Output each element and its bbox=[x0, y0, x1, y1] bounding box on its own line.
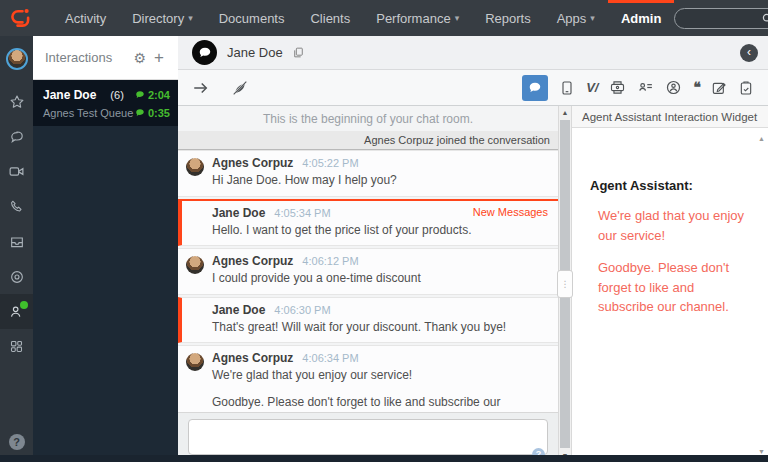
gear-icon[interactable]: ⚙ bbox=[130, 50, 151, 66]
interactions-title: Interactions bbox=[45, 50, 130, 65]
chat-bubble-icon bbox=[135, 90, 145, 100]
nav-label: Apps bbox=[557, 11, 587, 26]
nav-label: Reports bbox=[485, 11, 531, 26]
chat-message: Jane Doe4:06:30 PM That's great! Will wa… bbox=[178, 297, 558, 344]
message-timestamp: 4:05:22 PM bbox=[302, 157, 358, 169]
add-interaction-button[interactable]: + bbox=[150, 48, 168, 68]
nav-item-reports[interactable]: Reports bbox=[472, 0, 544, 36]
script-tool-icon[interactable] bbox=[609, 79, 626, 96]
agent-avatar bbox=[186, 353, 204, 371]
message-text: I could provide you a one-time discount bbox=[212, 271, 548, 287]
scroll-down-icon[interactable]: ▼ bbox=[758, 448, 765, 455]
collapse-panel-button[interactable]: ‹ bbox=[740, 44, 758, 62]
message-text: That's great! Will wait for your discoun… bbox=[212, 320, 548, 336]
interaction-row-queue: Agnes Test Queue 0:35 bbox=[43, 107, 170, 119]
transfer-arrow-icon[interactable] bbox=[192, 79, 210, 97]
video-icon[interactable] bbox=[0, 154, 33, 189]
interaction-queue-duration: 0:35 bbox=[148, 107, 170, 119]
contact-avatar bbox=[192, 40, 217, 65]
apps-icon[interactable] bbox=[0, 329, 33, 364]
scroll-up-icon[interactable]: ▲ bbox=[559, 109, 571, 116]
author-name: Jane Doe bbox=[212, 206, 265, 220]
profile-tool-icon[interactable] bbox=[665, 79, 682, 96]
interaction-row-contact: Jane Doe (6) 2:04 bbox=[43, 88, 170, 102]
chat-message: New Messages Jane Doe4:05:34 PM Hello. I… bbox=[178, 199, 558, 247]
agent-avatar bbox=[186, 256, 204, 274]
nav-item-documents[interactable]: Documents bbox=[206, 0, 298, 36]
nav-label: Performance bbox=[376, 11, 450, 26]
genesys-logo[interactable] bbox=[8, 0, 32, 36]
scroll-up-icon[interactable]: ▲ bbox=[758, 135, 765, 142]
nav-item-directory[interactable]: Directory▾ bbox=[119, 0, 206, 36]
nav-label: Documents bbox=[219, 11, 285, 26]
nav-item-performance[interactable]: Performance▾ bbox=[363, 0, 472, 36]
end-chat-icon[interactable] bbox=[232, 80, 248, 96]
contact-name: Jane Doe bbox=[227, 45, 283, 60]
bottom-edge-bar bbox=[0, 455, 768, 462]
message-text: We're glad that you enjoy our service! bbox=[212, 368, 548, 384]
chat-tool-icon[interactable] bbox=[522, 75, 548, 101]
author-name: Agnes Corpuz bbox=[212, 254, 293, 268]
help-icon[interactable]: ? bbox=[9, 434, 25, 450]
assistant-suggestion: Goodbye. Please don't forget to like and… bbox=[598, 258, 750, 317]
interaction-contact-name: Jane Doe bbox=[43, 88, 96, 102]
chat-icon[interactable] bbox=[0, 119, 33, 154]
journey-tool-icon[interactable]: V/ bbox=[586, 80, 598, 95]
main-area: Jane Doe ‹ bbox=[178, 36, 768, 462]
responses-tool-icon[interactable]: ❝ bbox=[693, 79, 700, 96]
contact-tool-icon[interactable] bbox=[637, 79, 654, 96]
chat-input[interactable] bbox=[188, 419, 548, 455]
copy-icon[interactable] bbox=[292, 46, 305, 59]
inbox-icon[interactable] bbox=[0, 224, 33, 259]
wrapup-tool-icon[interactable] bbox=[738, 80, 754, 96]
phone-icon[interactable] bbox=[0, 189, 33, 224]
search-icon bbox=[761, 12, 768, 25]
chat-intro-text: This is the beginning of your chat room. bbox=[178, 106, 558, 131]
panel-toggle-group: V/ ❝ bbox=[522, 75, 754, 101]
interaction-toolbar: V/ ❝ bbox=[178, 70, 768, 106]
caret-down-icon: ▾ bbox=[455, 13, 460, 23]
message-text: Hi Jane Doe. How may I help you? bbox=[212, 173, 548, 189]
message-text: Goodbye. Please don't forget to like and… bbox=[212, 395, 548, 412]
top-navigation: Activity Directory▾ Documents Clients Pe… bbox=[0, 0, 768, 36]
nav-label: Activity bbox=[65, 11, 106, 26]
profile-avatar[interactable] bbox=[6, 48, 28, 70]
chat-message: Agnes Corpuz4:06:34 PM We're glad that y… bbox=[178, 345, 558, 412]
nav-item-clients[interactable]: Clients bbox=[297, 0, 363, 36]
mobile-tool-icon[interactable] bbox=[559, 80, 575, 96]
star-icon[interactable] bbox=[0, 84, 33, 119]
interactions-panel: Interactions ⚙ + Jane Doe (6) 2:04 Agnes… bbox=[33, 36, 178, 462]
search-box[interactable] bbox=[674, 8, 768, 29]
panel-resize-grip[interactable]: ⋮ bbox=[557, 270, 573, 298]
interaction-queue-name: Agnes Test Queue bbox=[43, 107, 133, 119]
caret-down-icon: ▾ bbox=[188, 13, 193, 23]
search-input[interactable] bbox=[682, 12, 761, 24]
author-name: Jane Doe bbox=[212, 303, 265, 317]
nav-item-apps[interactable]: Apps▾ bbox=[544, 0, 608, 36]
agent-status-icon[interactable] bbox=[0, 294, 33, 329]
interaction-card-jane-doe[interactable]: Jane Doe (6) 2:04 Agnes Test Queue 0:35 bbox=[33, 80, 178, 126]
agent-assistant-panel: Agent Assistant Interaction Widget ▲ Age… bbox=[572, 106, 768, 462]
chat-message: Agnes Corpuz4:05:22 PM Hi Jane Doe. How … bbox=[178, 150, 558, 197]
notes-tool-icon[interactable] bbox=[711, 80, 727, 96]
message-text: Hello. I want to get the price list of y… bbox=[212, 223, 548, 239]
nav-item-activity[interactable]: Activity bbox=[52, 0, 119, 36]
assistant-heading: Agent Assistant: bbox=[590, 178, 750, 193]
status-available-dot bbox=[20, 301, 28, 309]
message-author: Agnes Corpuz4:05:22 PM bbox=[212, 156, 548, 170]
interaction-message-count: (6) bbox=[110, 89, 123, 101]
agent-avatar bbox=[186, 158, 204, 176]
new-messages-label: New Messages bbox=[473, 206, 548, 218]
chat-message: Agnes Corpuz4:06:12 PM I could provide y… bbox=[178, 248, 558, 295]
chat-transcript-panel: This is the beginning of your chat room.… bbox=[178, 106, 558, 462]
dial-icon[interactable] bbox=[0, 259, 33, 294]
assistant-panel-content[interactable]: ▲ Agent Assistant: We're glad that you e… bbox=[572, 128, 768, 462]
nav-item-admin[interactable]: Admin bbox=[608, 0, 674, 36]
message-timestamp: 4:06:12 PM bbox=[302, 255, 358, 267]
nav-label: Clients bbox=[310, 11, 350, 26]
chat-messages[interactable]: This is the beginning of your chat room.… bbox=[178, 106, 558, 412]
message-timestamp: 4:05:34 PM bbox=[274, 207, 330, 219]
message-author: Jane Doe4:06:30 PM bbox=[212, 303, 548, 317]
chat-scrollbar[interactable]: ▲ ⋮ ▼ bbox=[558, 106, 572, 462]
interactions-header: Interactions ⚙ + bbox=[33, 36, 178, 80]
